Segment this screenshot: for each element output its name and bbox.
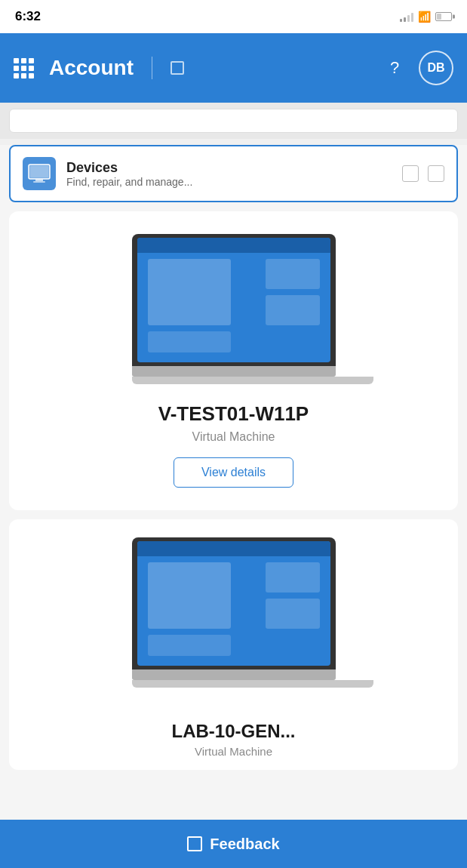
feedback-label: Feedback [210,836,279,853]
checkbox-1[interactable] [402,165,419,182]
devices-text: Devices Find, repair, and manage... [66,160,392,188]
feedback-icon [187,836,202,851]
header-square-icon[interactable] [171,61,184,75]
device-name-1: V-TEST01-W11P [158,402,309,426]
monitor-svg [28,164,51,183]
device-type-2: Virtual Machine [195,745,272,758]
svg-rect-1 [30,166,48,177]
device-card-1: V-TEST01-W11P Virtual Machine View detai… [9,211,458,510]
view-details-button-1[interactable]: View details [174,457,293,488]
header: Account ? DB [0,33,467,103]
devices-title: Devices [66,160,392,176]
wifi-icon: 📶 [418,11,431,23]
status-time: 6:32 [15,9,41,24]
laptop-illustration-2 [132,537,336,688]
device-type-1: Virtual Machine [192,430,275,444]
signal-icon [400,11,413,22]
feedback-bar[interactable]: Feedback [0,820,467,868]
header-divider [152,57,152,79]
status-bar: 6:32 📶 [0,0,467,33]
svg-rect-3 [33,181,45,183]
svg-rect-2 [35,179,43,181]
search-area [0,103,467,139]
main-content: Devices Find, repair, and manage... [0,145,467,839]
checkbox-2[interactable] [428,165,444,182]
device-card-2: LAB-10-GEN... Virtual Machine [9,519,458,770]
avatar[interactable]: DB [419,51,453,85]
laptop-illustration-1 [132,234,336,384]
device-name-2: LAB-10-GEN... [171,721,295,742]
header-title: Account [49,56,134,80]
devices-subtitle: Find, repair, and manage... [66,176,392,188]
devices-icon [23,157,56,190]
search-bar[interactable] [9,109,458,133]
grid-menu-icon[interactable] [14,58,34,78]
battery-icon [435,12,452,21]
status-icons: 📶 [400,11,452,23]
devices-header-card[interactable]: Devices Find, repair, and manage... [9,145,458,202]
header-checkboxes [402,165,444,182]
help-button[interactable]: ? [383,56,407,80]
